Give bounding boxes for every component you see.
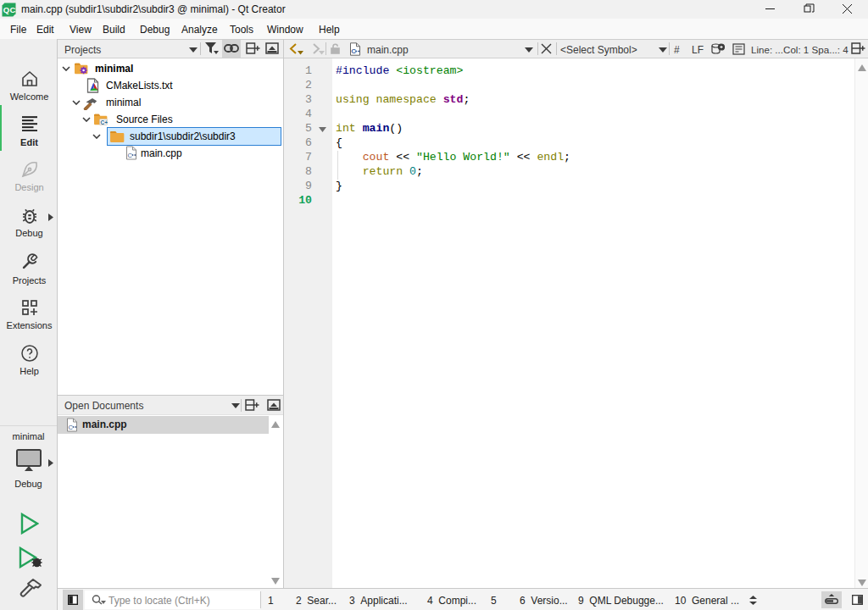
svg-text:QC: QC	[3, 5, 16, 14]
svg-text:C+: C+	[101, 119, 108, 125]
